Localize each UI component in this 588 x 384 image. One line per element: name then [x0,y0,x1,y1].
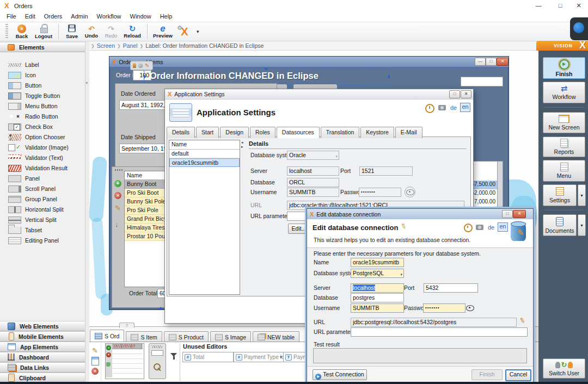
dialog-maximize-button[interactable]: □ [502,210,513,218]
mobile-elements-header[interactable]: Mobile Elements [0,331,85,342]
tab-email[interactable]: E-Mail [395,127,422,138]
unused-editor-total[interactable]: #Total [182,352,234,362]
editor-preview[interactable] [149,343,166,379]
window-close-button[interactable]: ✕ [497,58,509,66]
element-item-validator-text[interactable]: Validator (Text) [0,153,85,163]
tab-design[interactable]: Design [220,127,249,138]
url-parameter-field[interactable] [351,327,528,337]
tab-roles[interactable]: Roles [250,127,275,138]
element-item-validator-image[interactable]: ✓ Validator (Image) [0,143,85,153]
list-item[interactable]: default [169,150,240,158]
settings-button[interactable]: Settings [543,184,577,206]
element-item-panel[interactable]: Panel [0,174,85,184]
tab-new-table[interactable]: NEW table [253,331,299,342]
database-field[interactable]: postgres [351,293,404,302]
maximize-button[interactable]: □ [551,2,569,9]
window-bottom-handle[interactable] [158,307,163,309]
port-field[interactable]: 5432 [424,283,478,293]
save-button[interactable]: Save [62,24,82,39]
dialog-close-button[interactable]: ✕ [513,210,526,218]
username-field[interactable]: SUMMITB [287,188,339,197]
lang-en-button[interactable]: en [498,222,508,232]
settings-dropdown-button[interactable]: ▾ [578,184,586,206]
show-password-button[interactable] [466,305,474,311]
element-item-label[interactable]: Label [0,60,85,70]
edit-row-icon[interactable]: ✎ [115,204,121,212]
tab-s-product[interactable]: S Product [164,331,209,342]
screenshot-icon[interactable] [438,105,446,110]
history-clock-icon[interactable] [425,104,434,113]
finish-screen-button[interactable]: ▶ Finish [543,57,585,79]
element-item-option-chooser[interactable]: Option Chooser [0,132,85,143]
dialog-maximize-button[interactable]: □ [449,90,460,98]
panel-collapse-tab[interactable]: ▽ [119,323,134,328]
top-right-field[interactable] [461,77,503,86]
breadcrumb-screen[interactable]: Screen [97,42,115,49]
window-maximize-button[interactable]: □ [486,58,497,66]
screenshot-icon[interactable] [476,225,483,230]
finish-button[interactable]: Finish [471,369,503,380]
tab-keystore[interactable]: Keystore [360,127,394,138]
history-clock-icon[interactable] [464,224,473,232]
show-password-button[interactable] [405,187,415,197]
menu-file[interactable]: File [2,12,21,22]
menu-window[interactable]: Window [126,12,156,22]
password-field[interactable]: ••••••• [359,188,401,197]
web-elements-header[interactable]: Web Elements [0,321,85,331]
style-tool-icon[interactable] [133,63,136,68]
element-item-group-panel[interactable]: Group Panel [0,194,85,205]
element-item-toggle-button[interactable]: Toggle Button [0,91,85,101]
element-item-button[interactable]: Button [0,80,85,91]
add-row-icon[interactable]: + [114,180,121,187]
tab-s-item[interactable]: S Item [126,331,162,342]
server-field[interactable]: localhost [351,283,404,293]
element-item-icon[interactable]: Icon [0,70,85,80]
reports-button[interactable]: Reports [543,137,585,157]
menu-workflow[interactable]: Workflow [93,12,126,22]
username-field[interactable]: SUMMITB [351,304,404,313]
documents-dropdown-button[interactable]: ▾ [578,214,586,236]
test-connection-button[interactable]: ▶Test Connection [313,369,367,380]
app-elements-header[interactable]: App Elements [0,342,85,352]
export-icon[interactable]: ↓ [115,220,119,228]
close-button[interactable]: ✕ [571,2,587,9]
element-item-editing-panel[interactable]: Editing Panel [0,236,85,246]
preview-button[interactable]: e Preview [151,24,175,39]
menu-orders[interactable]: Orders [40,12,67,22]
dialog-close-button[interactable]: ✕ [461,90,471,98]
menu-help[interactable]: Help [156,12,177,22]
tab-start[interactable]: Start [196,127,219,138]
list-item-selected[interactable]: oracle19csummitb [169,158,240,167]
server-field[interactable]: localhost [287,166,339,176]
tab-details[interactable]: Details [167,127,195,138]
undo-button[interactable]: ↶ Undo [82,25,101,39]
redo-button[interactable]: ↷ Redo [101,25,121,39]
reload-button[interactable]: ↻ Reload [121,25,144,39]
app-settings-titlebar[interactable]: X Application Settings □ ✕ [165,89,473,100]
element-item-vertical-split[interactable]: Vertical Split [0,215,85,225]
element-item-radio-button[interactable]: Radio Button [0,112,85,122]
menu-admin[interactable]: Admin [66,12,92,22]
element-item-scroll-panel[interactable]: Scroll Panel [0,184,85,194]
table-preview[interactable]: + ✕ [105,343,144,379]
element-item-menu-button[interactable]: Menu Button [0,101,85,112]
breadcrumb-panel[interactable]: Panel [123,42,138,49]
tab-datasources[interactable]: Datasources [277,127,320,138]
name-field[interactable]: oracle19csummitb [351,258,404,267]
edit-url-icon[interactable]: ✎ [518,316,526,325]
logout-button[interactable]: Logout [32,24,55,39]
selection-handle[interactable] [387,75,390,79]
tab-s-ord[interactable]: S Ord [90,330,124,342]
test-result-area[interactable] [313,348,527,363]
element-item-check-box[interactable]: ✓ Check Box [0,122,85,132]
toolbar-grip[interactable] [5,24,8,39]
new-screen-button[interactable]: New Screen [543,112,585,133]
element-item-validation-result[interactable]: Validation Result [0,163,85,174]
visionx-dropdown-arrow[interactable]: ▾ [197,29,199,34]
notebook-icon[interactable] [91,357,99,366]
lang-de-button[interactable]: de [450,104,457,111]
orders-window-titlebar[interactable]: X Orders and Items — □ ✕ [109,57,509,67]
url-field[interactable]: jdbc:postgresql://localhost:5432/postgre… [351,318,517,327]
elements-panel-header[interactable]: Elements [0,42,85,52]
floating-widget[interactable] [570,17,588,40]
